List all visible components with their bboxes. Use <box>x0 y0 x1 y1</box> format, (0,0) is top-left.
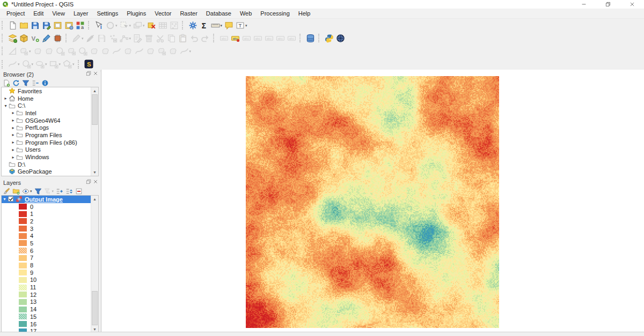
dropdown-arrow-icon[interactable]: ▾ <box>143 20 145 31</box>
delete-part-button[interactable] <box>100 46 111 57</box>
dropdown-arrow-icon[interactable]: ▾ <box>18 58 20 70</box>
split-parts-button[interactable] <box>145 46 156 57</box>
legend-class-16[interactable]: 16 <box>2 320 98 328</box>
menu-layer[interactable]: Layer <box>69 9 93 18</box>
enable-advanced-digitizing-button[interactable] <box>8 46 18 57</box>
legend-class-10[interactable]: 10 <box>2 277 98 284</box>
browser-item-perflogs[interactable]: ▸PerfLogs <box>2 124 98 131</box>
layers-undock-icon[interactable] <box>86 179 91 184</box>
legend-class-14[interactable]: 14 <box>2 305 98 313</box>
dropdown-arrow-icon[interactable]: ▾ <box>115 20 118 31</box>
map-tips-button[interactable] <box>224 20 234 31</box>
legend-class-5[interactable]: 5 <box>2 240 98 247</box>
scroll-up-icon[interactable]: ▲ <box>91 196 98 203</box>
scrollbar-thumb[interactable] <box>92 94 98 125</box>
deselect-features-button[interactable]: ▾ <box>133 20 145 31</box>
rotate-feature-button[interactable] <box>33 46 43 57</box>
digitize-circular-string-button[interactable]: ▾ <box>8 58 20 70</box>
menu-edit[interactable]: Edit <box>29 9 48 18</box>
legend-class-6[interactable]: 6 <box>2 247 98 255</box>
expander-icon[interactable]: ▸ <box>10 132 16 137</box>
new-print-layout-button[interactable] <box>53 20 63 31</box>
browser-item-d[interactable]: D:\ <box>2 161 98 168</box>
reshape-features-button[interactable] <box>123 46 133 57</box>
browser-item-geopackage[interactable]: GeoPackage <box>2 168 98 176</box>
modify-attributes-button[interactable] <box>133 33 143 44</box>
digitize-ellipse-button[interactable]: ▾ <box>35 58 48 70</box>
legend-class-13[interactable]: 13 <box>2 298 98 306</box>
menu-web[interactable]: Web <box>236 9 256 18</box>
vertex-tool-button[interactable]: ▾ <box>119 33 132 44</box>
browser-item-intel[interactable]: ▸Intel <box>2 109 98 117</box>
expander-icon[interactable]: ▸ <box>10 110 16 115</box>
copy-features-button[interactable] <box>166 33 177 44</box>
dropdown-arrow-icon[interactable]: ▾ <box>221 20 223 31</box>
layer-visibility-checkbox[interactable] <box>8 196 14 202</box>
browser-item-favorites[interactable]: Favorites <box>2 87 98 95</box>
add-mesh-layer-button[interactable] <box>41 33 52 44</box>
browser-item-osgeo4w64[interactable]: ▸OSGeo4W64 <box>2 117 98 124</box>
delete-selected-button[interactable] <box>144 33 154 44</box>
scrollbar-thumb[interactable] <box>92 291 98 325</box>
scroll-up-icon[interactable]: ▲ <box>91 87 98 94</box>
add-raster-layer-button[interactable] <box>53 33 63 44</box>
cut-features-button[interactable] <box>155 33 165 44</box>
dropdown-arrow-icon[interactable]: ▾ <box>29 46 31 57</box>
menu-vector[interactable]: Vector <box>150 9 175 18</box>
menu-processing[interactable]: Processing <box>256 9 294 18</box>
legend-class-15[interactable]: 15 <box>2 313 98 320</box>
pin-labels-button[interactable]: abc <box>241 33 252 44</box>
open-data-source-manager-button[interactable] <box>8 33 18 44</box>
show-layout-manager-button[interactable] <box>64 20 74 31</box>
simplify-feature-button[interactable] <box>44 46 54 57</box>
processing-toolbox-button[interactable] <box>188 20 198 31</box>
close-button[interactable] <box>620 0 644 9</box>
style-manager-button[interactable]: a <box>75 20 85 31</box>
move-feature-button[interactable]: ▾ <box>19 46 32 57</box>
digitize-rectangle-button[interactable]: ▾ <box>49 58 62 70</box>
layers-close-icon[interactable] <box>93 179 98 184</box>
legend-class-1[interactable]: 1 <box>2 210 98 218</box>
paste-features-button[interactable] <box>178 33 188 44</box>
dropdown-arrow-icon[interactable]: ▾ <box>245 20 247 31</box>
dropdown-arrow-icon[interactable]: ▾ <box>82 33 84 44</box>
filter-legend-by-expression-button[interactable]: ε▾ <box>44 187 54 196</box>
collapse-all-button[interactable] <box>32 79 39 87</box>
menu-project[interactable]: Project <box>2 9 29 18</box>
browser-item-program-files[interactable]: ▸Program Files <box>2 131 98 139</box>
filter-browser-button[interactable] <box>22 79 30 87</box>
browser-close-icon[interactable] <box>93 71 98 76</box>
layers-scrollbar[interactable]: ▲▼ <box>91 196 98 333</box>
legend-class-7[interactable]: 7 <box>2 255 98 262</box>
save-project-button[interactable] <box>30 20 40 31</box>
expander-icon[interactable]: ▸ <box>10 118 16 123</box>
legend-class-9[interactable]: 9 <box>2 269 98 277</box>
refresh-button[interactable] <box>12 79 20 87</box>
restore-button[interactable] <box>596 0 620 9</box>
menu-help[interactable]: Help <box>294 9 315 18</box>
add-ring-button[interactable] <box>55 46 65 57</box>
enable-properties-widget-button[interactable] <box>41 79 49 87</box>
save-project-as-button[interactable] <box>41 20 52 31</box>
raster-output-image[interactable] <box>246 76 499 328</box>
menu-database[interactable]: Database <box>202 9 236 18</box>
manage-map-themes-button[interactable]: ▾ <box>22 187 32 196</box>
browser-item-home[interactable]: ▸Home <box>2 95 98 102</box>
menu-plugins[interactable]: Plugins <box>122 9 150 18</box>
redo-button[interactable] <box>200 33 210 44</box>
identify-features-button[interactable]: i <box>94 20 104 31</box>
legend-class-0[interactable]: 0 <box>2 203 98 211</box>
expand-all-button[interactable] <box>56 187 63 196</box>
db-manager-button[interactable] <box>305 33 316 44</box>
move-label-button[interactable]: abc <box>275 33 286 44</box>
deselect-features-all-layers-button[interactable] <box>147 20 157 31</box>
split-features-button[interactable] <box>134 46 144 57</box>
add-group-button[interactable] <box>12 187 20 196</box>
browser-undock-icon[interactable] <box>86 71 91 76</box>
legend-class-11[interactable]: 11 <box>2 283 98 291</box>
legend-class-12[interactable]: 12 <box>2 291 98 298</box>
menu-settings[interactable]: Settings <box>92 9 122 18</box>
dropdown-arrow-icon[interactable]: ▾ <box>45 58 47 70</box>
dropdown-arrow-icon[interactable]: ▾ <box>72 58 75 70</box>
python-console-button[interactable] <box>324 33 334 44</box>
